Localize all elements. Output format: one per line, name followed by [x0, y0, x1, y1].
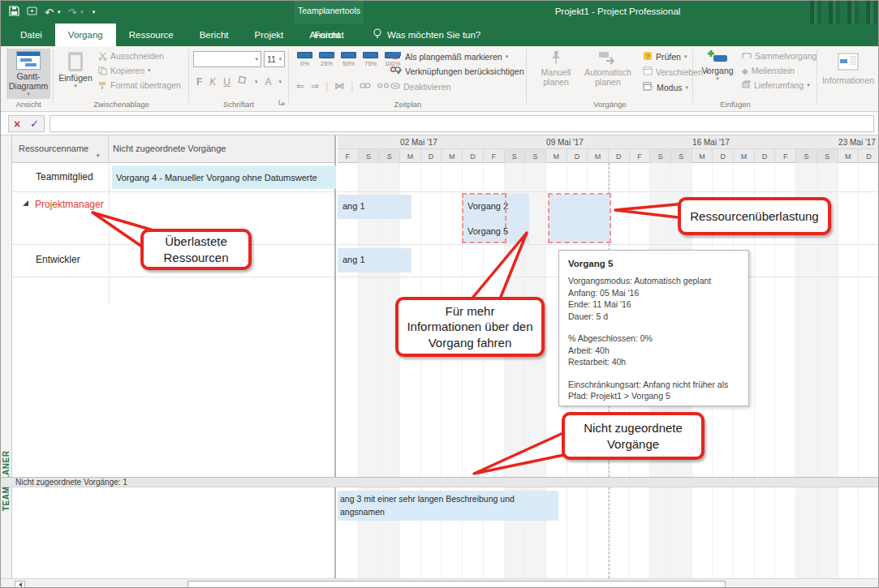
unassigned-task-vorgang3-bar[interactable]: ang 3 mit einer sehr langen Beschreibung…: [338, 491, 558, 521]
expand-triangle-icon[interactable]: [23, 200, 28, 206]
tab-datei[interactable]: Datei: [7, 24, 55, 46]
overallocation-indicator-1: [462, 193, 506, 243]
paste-button[interactable]: Einfügen ▾: [58, 49, 93, 99]
tab-ressource[interactable]: Ressource: [116, 24, 187, 46]
window-title: Projekt1 - Project Professional: [504, 6, 731, 16]
font-name-combo[interactable]: ▾: [193, 51, 261, 67]
week-label: 09 Mai '17: [546, 138, 584, 147]
group-zeitplan: 0% 25% 50% 75% 100% ⇐ ⇒ | ⋈ |: [290, 46, 526, 111]
insert-task-button[interactable]: Vorgang ▾: [698, 49, 737, 82]
week-label: 02 Mai '17: [400, 138, 437, 147]
copy-button: Kopieren ▾: [98, 66, 151, 75]
mode-calendar-icon: ?: [643, 82, 653, 92]
respect-links-icon: [390, 67, 402, 76]
callout-overloaded-resources: Überlastete Ressourcen: [140, 229, 252, 270]
scrollbar-thumb[interactable]: [187, 581, 726, 588]
column-ressourcenname[interactable]: Ressourcenname: [12, 135, 109, 163]
group-label-zwischenablage: Zwischenablage: [54, 100, 188, 109]
ribbon-tab-row: Datei Vorgang Ressource Bericht Projekt …: [1, 24, 879, 46]
column-nicht-zugeordnete-vorgaenge[interactable]: Nicht zugeordnete Vorgänge: [109, 135, 336, 163]
tooltip-line: Restarbeit: 40h: [568, 356, 739, 368]
unassigned-pane-left: [12, 487, 336, 578]
milestone-icon: ◆: [742, 67, 748, 75]
dialog-launcher-icon[interactable]: [278, 94, 285, 109]
redo-caret-icon: ▾: [80, 9, 84, 15]
scissors-icon: [98, 52, 107, 61]
tooltip-line: Dauer: 5 d: [568, 311, 739, 323]
progress-25-icon: [319, 52, 334, 58]
inactivate-button: Deaktivieren: [390, 82, 450, 92]
font-color-icon[interactable]: A: [265, 76, 272, 88]
unassigned-task-vorgang4-bar[interactable]: Vorgang 4 - Manueller Vorgang ohne Datum…: [112, 165, 336, 189]
timeline-day-tier: FSSMDMDFSSMDMDFSSMDMDFSSMD: [338, 149, 879, 163]
pushpin-icon: [549, 49, 563, 67]
font-size-combo[interactable]: 11▾: [264, 51, 285, 67]
touch-mode-icon[interactable]: [27, 5, 37, 19]
insert-milestone-button: ◆ Meilenstein: [742, 66, 795, 75]
quick-access-customize-icon[interactable]: ▾: [93, 9, 96, 15]
entry-bar-input[interactable]: [50, 115, 874, 132]
undo-icon[interactable]: ↶: [45, 7, 54, 18]
format-painter-button: Format übertragen: [98, 80, 181, 90]
scroll-left-button[interactable]: [15, 581, 25, 588]
mark-on-track-label: Als plangemäß markieren: [405, 52, 502, 62]
tab-projekt[interactable]: Projekt: [241, 24, 296, 46]
title-bar: ↶▾ ↷▾ ▾ Projekt1 - Project Professional: [1, 1, 879, 24]
group-label-einfuegen: Einfügen: [695, 100, 776, 109]
task-mode-button[interactable]: ? Modus ▾: [643, 82, 688, 92]
tell-me-box[interactable]: Was möchten Sie tun?: [373, 24, 480, 46]
group-zwischenablage: Einfügen ▾ Ausschneiden Kopieren ▾ Forma…: [54, 46, 188, 111]
progress-0-button[interactable]: 0%: [294, 52, 316, 67]
resource-entwickler[interactable]: Entwickler: [36, 254, 80, 265]
undo-caret-icon[interactable]: ▾: [58, 9, 61, 15]
vorgang3-line1: ang 3 mit einer sehr langen Beschreibung…: [340, 492, 558, 505]
inspect-button[interactable]: ? Prüfen ▾: [643, 51, 687, 62]
cancel-entry-icon[interactable]: ×: [14, 118, 20, 130]
tab-bericht[interactable]: Bericht: [187, 24, 242, 46]
mark-on-track-button[interactable]: Als plangemäß markieren ▾: [390, 51, 508, 62]
gantt-chart-view-button[interactable]: Gantt-Diagramm ▾: [6, 49, 50, 99]
view-bar: TEAMPLANER: [1, 135, 12, 578]
timeline-week-tier: 02 Mai '17 09 Mai '17 16 Mai '17 23 Mai …: [338, 135, 879, 149]
unassigned-pane-header[interactable]: Nicht zugeordnete Vorgänge: 1: [1, 477, 879, 487]
entry-bar-buttons: × ✓: [8, 115, 45, 132]
move-calendar-icon: [643, 67, 653, 77]
redo-icon: ↷: [67, 7, 76, 18]
tab-vorgang[interactable]: Vorgang: [55, 24, 116, 46]
progress-25-button[interactable]: 25%: [316, 52, 338, 67]
group-vorgaenge: Manuell planen Automatisch planen ? Prüf…: [528, 46, 692, 111]
respect-links-label: Verknüpfungen berücksichtigen: [405, 67, 524, 76]
insert-summary-label: Sammelvorgang: [755, 51, 817, 61]
task-bar-vorgang1-entwickler[interactable]: ang 1: [338, 248, 411, 273]
copy-label: Kopieren: [110, 66, 144, 75]
sort-caret-icon[interactable]: ▾: [97, 152, 100, 159]
save-icon[interactable]: [9, 5, 19, 19]
resource-teammitglied[interactable]: Teammitglied: [36, 171, 93, 182]
background-color-icon[interactable]: [238, 75, 248, 88]
group-schriftart: ▾ 11▾ F K U ▾ A▾ Schriftart: [190, 46, 287, 111]
progress-75-button[interactable]: 75%: [360, 52, 381, 67]
group-einfuegen: Vorgang ▾ Sammelvorgang ◆ Meilenstein Li…: [695, 46, 817, 111]
mark-on-track-icon: [390, 51, 402, 62]
information-label: Informationen: [822, 75, 874, 85]
resource-table-header: Ressourcenname ▾ Nicht zugeordnete Vorgä…: [12, 135, 334, 163]
horizontal-scrollbar[interactable]: [1, 578, 879, 588]
tooltip-line: Vorgangsmodus: Automatisch geplant: [568, 275, 739, 287]
scroll-left-arrow-icon: [19, 582, 22, 587]
respect-links-button[interactable]: Verknüpfungen berücksichtigen: [390, 67, 524, 76]
inactivate-icon: [390, 82, 400, 92]
tell-me-label: Was möchten Sie tun?: [387, 30, 480, 40]
task-mode-label: Modus: [657, 83, 683, 92]
accept-entry-icon[interactable]: ✓: [30, 118, 39, 129]
callout-unassigned-tasks: Nicht zugeordnete Vorgänge: [562, 412, 704, 460]
bold-button: F: [196, 76, 202, 88]
tab-format[interactable]: Format: [295, 24, 364, 46]
copy-icon: [98, 67, 107, 75]
progress-50-button[interactable]: 50%: [338, 52, 360, 67]
timeline-header: 02 Mai '17 09 Mai '17 16 Mai '17 23 Mai …: [338, 135, 879, 163]
task-bar-vorgang1-projektmanager[interactable]: ang 1: [338, 195, 411, 219]
format-painter-label: Format übertragen: [110, 80, 181, 90]
cut-button: Ausschneiden: [98, 51, 164, 61]
resource-projektmanager[interactable]: Projektmanager: [35, 199, 104, 210]
auto-schedule-button: Automatisch planen: [581, 49, 635, 87]
